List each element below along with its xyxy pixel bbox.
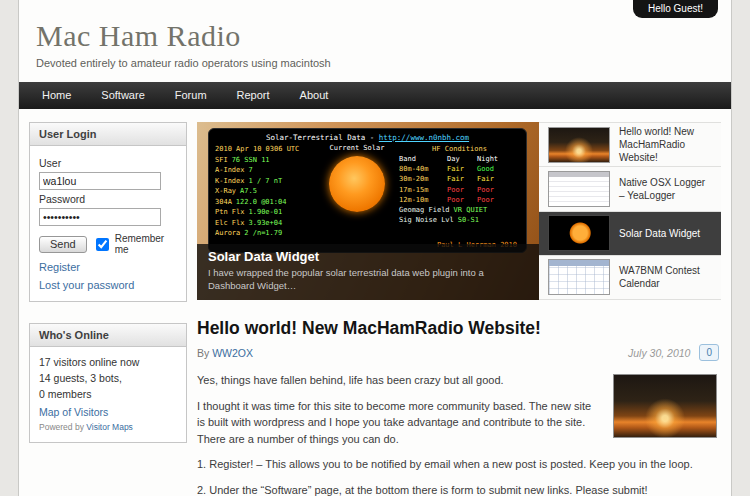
password-input[interactable] — [39, 208, 161, 226]
byline: By WW2OX — [197, 347, 253, 359]
powered-by-text: Powered by Visitor Maps — [39, 422, 177, 432]
username-input[interactable] — [39, 172, 161, 190]
register-link[interactable]: Register — [39, 261, 177, 273]
nav-item-home[interactable]: Home — [27, 82, 86, 109]
sidebar: User Login User Password Send Remember m… — [29, 122, 187, 496]
map-of-visitors-link[interactable]: Map of Visitors — [39, 406, 108, 418]
main-content: Solar-Terrestrial Data - http://www.n0nb… — [197, 122, 721, 496]
site-tagline: Devoted entirely to amateur radio operat… — [36, 57, 731, 69]
thumbnail-hello-world[interactable]: Hello world! New MacHamRadio Website! — [539, 123, 721, 167]
thumbnail-label: Solar Data Widget — [619, 227, 700, 240]
nav-item-about[interactable]: About — [285, 82, 344, 109]
thumbnail-solar-widget[interactable]: Solar Data Widget — [539, 212, 721, 256]
slider-thumbnails: Hello world! New MacHamRadio Website! Na… — [539, 122, 721, 300]
visitor-maps-link[interactable]: Visitor Maps — [86, 422, 133, 432]
site-title: Mac Ham Radio — [36, 20, 731, 52]
send-button[interactable]: Send — [39, 236, 87, 253]
hf-conditions-column: HF Conditions Band Day Night 80m-40m Fai… — [399, 144, 520, 239]
geomag-field-line: Geomag FieldVR QUIET — [399, 205, 520, 215]
hf-row: 80m-40m Fair Good — [399, 164, 520, 174]
comment-count-badge[interactable]: 0 — [699, 344, 719, 361]
post-sunset-image — [613, 374, 717, 438]
slide-caption-text: I have wrapped the popular solar terrest… — [208, 267, 513, 293]
post-date: July 30, 2010 — [628, 347, 690, 359]
slide-caption-title[interactable]: Solar Data Widget — [208, 249, 528, 264]
nav-item-forum[interactable]: Forum — [160, 82, 222, 109]
guests-count: 14 guests, 3 bots, — [39, 371, 177, 387]
solar-widget-title-prefix: Solar-Terrestrial Data - — [266, 133, 379, 142]
post-paragraph: 2. Under the “Software” page, at the bot… — [197, 482, 719, 496]
nav-item-software[interactable]: Software — [86, 82, 159, 109]
featured-slider: Solar-Terrestrial Data - http://www.n0nb… — [197, 122, 721, 300]
hf-conditions-title: HF Conditions — [399, 144, 520, 154]
thumbnail-label: Hello world! New MacHamRadio Website! — [619, 125, 712, 164]
user-login-box: User Login User Password Send Remember m… — [29, 122, 187, 302]
current-solar-label: Current Solar — [315, 144, 399, 152]
featured-slide-image[interactable]: Solar-Terrestrial Data - http://www.n0nb… — [197, 122, 539, 300]
thumbnail-osx-logger[interactable]: Native OSX Logger – YeaLogger — [539, 167, 721, 211]
thumbnail-label: Native OSX Logger – YeaLogger — [619, 176, 712, 202]
sun-image — [329, 156, 385, 212]
post-title-link[interactable]: Hello world! New MacHamRadio Website! — [197, 318, 719, 339]
hf-row: 17m-15m Poor Poor — [399, 185, 520, 195]
slide-caption: Solar Data Widget I have wrapped the pop… — [197, 244, 539, 300]
solar-timestamp: 2010 Apr 10 0306 UTC — [215, 144, 315, 155]
members-count: 0 members — [39, 387, 177, 403]
whos-online-title: Who's Online — [30, 324, 186, 347]
solar-widget-title: Solar-Terrestrial Data - http://www.n0nb… — [215, 133, 520, 142]
powered-by-prefix: Powered by — [39, 422, 84, 432]
blog-post: Hello world! New MacHamRadio Website! By… — [197, 318, 721, 496]
user-label: User — [39, 157, 177, 169]
remember-me-label: Remember me — [115, 233, 177, 255]
user-login-title: User Login — [30, 123, 186, 146]
whos-online-box: Who's Online 17 visitors online now 14 g… — [29, 323, 187, 443]
solar-widget-url: http://www.n0nbh.com — [379, 133, 469, 142]
sig-noise-line: Sig Noise LvlS0-S1 — [399, 215, 520, 225]
solar-terrestrial-widget-image: Solar-Terrestrial Data - http://www.n0nb… — [208, 128, 527, 253]
main-nav: Home Software Forum Report About — [19, 82, 731, 109]
hf-row: 12m-10m Poor Poor — [399, 195, 520, 205]
remember-me-checkbox[interactable] — [96, 238, 109, 251]
solar-data-column: 2010 Apr 10 0306 UTC SFI76 SSN 11 A-Inde… — [215, 144, 315, 239]
thumbnail-contest-calendar[interactable]: WA7BNM Contest Calendar — [539, 256, 721, 300]
calendar-thumbnail-image — [548, 259, 610, 295]
lost-password-link[interactable]: Lost your password — [39, 279, 177, 291]
post-body: Yes, things have fallen behind, life has… — [197, 372, 719, 496]
post-paragraph: 1. Register! – This allows you to be not… — [197, 456, 719, 473]
site-header: Mac Ham Radio Devoted entirely to amateu… — [19, 0, 731, 69]
hf-row: 30m-20m Fair Fair — [399, 174, 520, 184]
logger-thumbnail-image — [548, 171, 610, 207]
nav-item-report[interactable]: Report — [222, 82, 285, 109]
visitors-count: 17 visitors online now — [39, 355, 177, 371]
byline-prefix: By — [197, 347, 212, 359]
page-container: Hello Guest! Mac Ham Radio Devoted entir… — [18, 0, 732, 496]
password-label: Password — [39, 193, 177, 205]
guest-greeting-button[interactable]: Hello Guest! — [633, 0, 718, 18]
author-link[interactable]: WW2OX — [212, 347, 253, 359]
thumbnail-label: WA7BNM Contest Calendar — [619, 264, 712, 290]
solar-thumbnail-image — [548, 215, 610, 251]
sunset-thumbnail-image — [548, 127, 610, 163]
current-solar-column: Current Solar — [315, 144, 399, 239]
